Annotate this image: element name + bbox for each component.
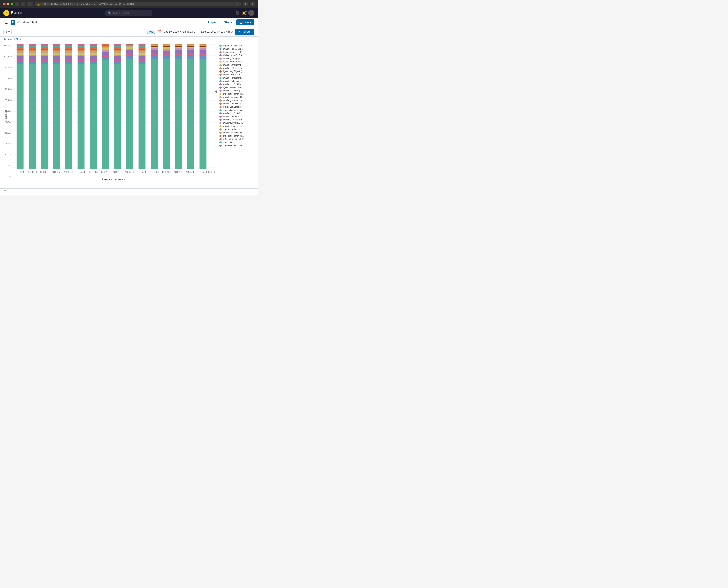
svg-rect-119: [114, 57, 121, 59]
legend-item-29[interactable]: [Z (java.base@15.0.1): [219, 138, 256, 141]
elastic-icon: e: [3, 10, 9, 16]
bar-group-1[interactable]: [17, 44, 24, 169]
filter-type-toggle[interactable]: ⊞ ▾: [3, 29, 12, 34]
legend-item-17[interactable]: java.lang.invoke.Me...: [219, 99, 256, 102]
svg-rect-128: [114, 44, 121, 45]
svg-rect-112: [102, 47, 109, 48]
bar-group-6[interactable]: [78, 44, 85, 169]
legend-item-2[interactable]: [I (java.base@15.0.1): [219, 50, 256, 54]
svg-rect-172: [175, 50, 182, 52]
refresh-button[interactable]: ↻ Refresh: [235, 29, 254, 35]
svg-rect-125: [114, 47, 121, 48]
back-button[interactable]: ‹: [16, 2, 19, 6]
breadcrumb-section[interactable]: Visualize: [17, 21, 29, 24]
legend-item-5[interactable]: [Ljava.util.HashMap...: [219, 60, 256, 63]
reload-icon[interactable]: ↻: [236, 3, 239, 5]
bar-group-16[interactable]: [199, 44, 207, 169]
svg-rect-135: [126, 46, 133, 47]
legend-item-16[interactable]: java.util.concurrent.l...: [219, 96, 256, 99]
legend-item-20[interactable]: org.elasticsearch.co...: [219, 108, 256, 112]
address-text: f1f109e7b8e947d7a922e8c450aca89d.us-east…: [42, 3, 235, 5]
inspect-button[interactable]: Inspect: [206, 19, 220, 25]
legend-item-23[interactable]: java.lang.Class$Refl...: [219, 118, 256, 121]
bar-group-4[interactable]: [53, 44, 60, 169]
legend-item-1[interactable]: java.util.HashMap$...: [219, 47, 256, 50]
filter-options-btn[interactable]: ⊕: [3, 38, 6, 41]
legend-item-10[interactable]: java.util.concurrent....: [219, 76, 256, 80]
legend-item-3[interactable]: [C (java.base@15.0.1): [219, 54, 256, 57]
legend-item-22[interactable]: java.util.LinkedList$...: [219, 115, 256, 118]
bar-group-8[interactable]: [102, 44, 109, 169]
tab-switcher[interactable]: ⊞: [27, 2, 33, 6]
legend-item-26[interactable]: org.apache.lucene....: [219, 128, 256, 131]
new-tab-btn[interactable]: +: [250, 2, 255, 6]
date-range[interactable]: Dec 10, 2020 @ 13:06:29.0 → Dec 10, 2020…: [164, 30, 233, 33]
legend-item-9[interactable]: java.util.HashMap (j...: [219, 73, 256, 76]
save-button[interactable]: 💾 Save: [236, 19, 254, 25]
kql-badge[interactable]: KQL: [147, 30, 155, 34]
legend-item-13[interactable]: [Ljava.util.concurren...: [219, 86, 256, 89]
hamburger-menu[interactable]: ☰: [3, 19, 8, 25]
bar-group-2[interactable]: [29, 44, 36, 169]
legend-dot-13: [219, 87, 222, 89]
legend-item-12[interactable]: java.lang.reflect.Me...: [219, 83, 256, 86]
legend-dot-31: [219, 145, 222, 147]
forward-button[interactable]: ›: [21, 2, 25, 6]
legend-item-30[interactable]: org.elasticsearch.in...: [219, 141, 256, 144]
svg-rect-144: [138, 51, 146, 52]
legend-item-21[interactable]: java.lang.reflect.Co...: [219, 112, 256, 115]
share-browser-btn[interactable]: ⬆: [243, 2, 248, 6]
legend-item-24[interactable]: java.lang.invoke.Me...: [219, 121, 256, 125]
svg-rect-31: [29, 57, 36, 59]
date-end: Dec 10, 2020 @ 13:07:58.3: [201, 30, 233, 33]
legend-item-8[interactable]: [Ljava.lang.Object; (j...: [219, 70, 256, 73]
bar-group-14[interactable]: [175, 44, 182, 169]
bar-group-12[interactable]: [151, 44, 158, 169]
bar-group-13[interactable]: [163, 44, 170, 169]
legend-item-0[interactable]: [B (java.base@15.0.1): [219, 44, 256, 47]
svg-rect-95: [90, 59, 97, 62]
legend-item-7[interactable]: java.lang.Class (java...: [219, 67, 256, 70]
legend-item-11[interactable]: java.util.Collections...: [219, 80, 256, 83]
svg-rect-66: [53, 44, 60, 45]
legend-item-4[interactable]: java.lang.String (jav...: [219, 57, 256, 60]
minimize-traffic-light[interactable]: [7, 3, 9, 5]
legend-item-28[interactable]: org.elasticsearch.co...: [219, 134, 256, 138]
svg-rect-131: [126, 53, 133, 56]
legend-item-27[interactable]: java.util.concurrent.l...: [219, 131, 256, 134]
calendar-icon[interactable]: 📅: [157, 29, 162, 34]
legend-label-23: java.lang.Class$Refl...: [223, 119, 244, 121]
share-button[interactable]: Share: [222, 19, 234, 25]
legend-item-18[interactable]: java.util.LinkedHash...: [219, 102, 256, 105]
legend-item-6[interactable]: java.util.concurrent....: [219, 63, 256, 67]
add-filter-button[interactable]: + Add filter: [8, 38, 21, 41]
maximize-traffic-light[interactable]: [11, 3, 13, 5]
legend-item-15[interactable]: org.elasticsearch.co...: [219, 92, 256, 96]
close-traffic-light[interactable]: [3, 3, 5, 5]
legend-item-25[interactable]: java.util.ArrayList (ja...: [219, 125, 256, 128]
notifications-btn[interactable]: 🔔1: [242, 11, 246, 15]
list-view-btn[interactable]: ☰: [3, 190, 6, 194]
bar-group-15[interactable]: [187, 44, 194, 169]
y-label-5: 66.8MB: [5, 99, 12, 101]
bar-group-9[interactable]: [114, 44, 121, 169]
bar-group-3[interactable]: [41, 44, 48, 169]
legend-item-31[interactable]: org.elasticsearch.pa...: [219, 144, 256, 147]
legend-item-14[interactable]: java.lang.Object (jav...: [219, 89, 256, 92]
bar-group-10[interactable]: [126, 44, 133, 169]
save-icon: 💾: [239, 21, 243, 24]
svg-rect-19: [17, 55, 24, 57]
svg-rect-143: [138, 52, 146, 55]
bar-group-11[interactable]: [138, 44, 146, 169]
legend-item-19[interactable]: [Ljava.lang.Class; (j...: [219, 105, 256, 108]
bar-group-5[interactable]: [65, 44, 72, 169]
svg-text:13:06:40: 13:06:40: [28, 171, 37, 173]
extensions-btn[interactable]: ⬛: [235, 11, 240, 15]
legend-dot-14: [219, 90, 222, 92]
user-avatar-btn[interactable]: I: [248, 10, 254, 16]
header-search-box[interactable]: 🔍 Search Elastic: [105, 10, 152, 16]
bar-group-7[interactable]: [90, 44, 97, 169]
address-bar[interactable]: 🔒 f1f109e7b8e947d7a922e8c450aca89d.us-ea…: [35, 2, 241, 6]
svg-text:13:07:20: 13:07:20: [125, 171, 134, 173]
search-input[interactable]: [16, 30, 143, 33]
